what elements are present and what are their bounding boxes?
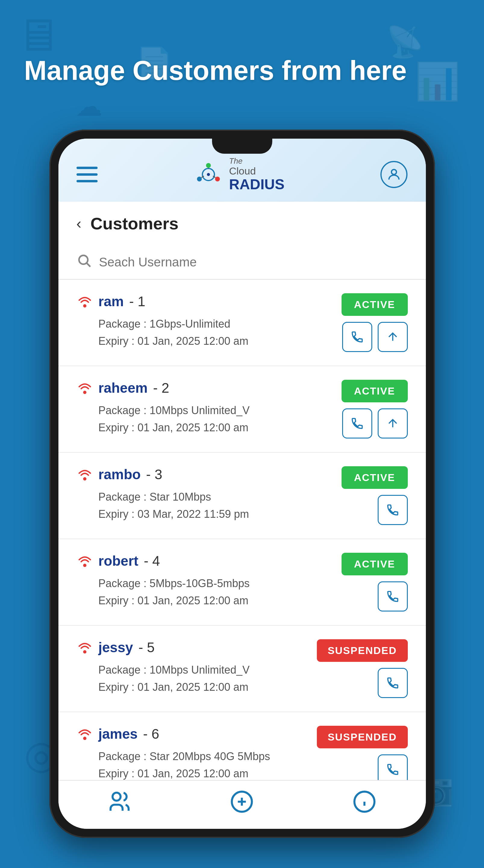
customer-name[interactable]: jessy: [98, 639, 133, 655]
action-buttons: [342, 322, 408, 352]
phone-frame: The Cloud RADIUS ‹ Customers: [50, 130, 435, 838]
customer-package: Package : Star 10Mbps: [98, 488, 342, 506]
logo-area: The Cloud RADIUS: [193, 157, 284, 193]
nav-customers-button[interactable]: [107, 789, 132, 814]
customer-name[interactable]: rambo: [98, 466, 141, 483]
svg-point-7: [207, 173, 210, 176]
bottom-nav: [58, 780, 426, 829]
customer-name[interactable]: robert: [98, 553, 138, 569]
send-button[interactable]: [378, 408, 408, 438]
svg-point-13: [83, 477, 87, 480]
logo-the: The: [229, 157, 284, 165]
customer-left: rambo - 3 Package : Star 10Mbps Expiry :…: [76, 466, 342, 523]
customer-actions: SUSPENDED: [317, 726, 408, 780]
phone-screen: The Cloud RADIUS ‹ Customers: [58, 138, 426, 829]
svg-point-12: [83, 391, 87, 394]
logo-cloud: Cloud: [229, 165, 284, 177]
status-badge[interactable]: ACTIVE: [342, 466, 408, 489]
logo-radius: RADIUS: [229, 177, 284, 193]
nav-info-button[interactable]: [352, 789, 377, 814]
customer-id: - 5: [138, 639, 155, 655]
customer-id: - 2: [153, 380, 169, 396]
status-badge[interactable]: ACTIVE: [342, 553, 408, 575]
call-button[interactable]: [378, 581, 408, 612]
call-button[interactable]: [378, 495, 408, 525]
customer-package: Package : 10Mbps Unlimited_V: [98, 402, 342, 419]
svg-point-16: [83, 737, 87, 740]
customer-name-row: ram - 1: [76, 293, 342, 310]
customer-item: robert - 4 Package : 5Mbps-10GB-5mbps Ex…: [58, 539, 426, 626]
customer-expiry: Expiry : 03 Mar, 2022 11:59 pm: [98, 505, 342, 523]
hamburger-menu-button[interactable]: [76, 167, 98, 182]
customer-left: jessy - 5 Package : 10Mbps Unlimited_V E…: [76, 639, 317, 696]
customer-id: - 6: [143, 726, 159, 742]
svg-point-17: [112, 793, 121, 801]
customer-list: ram - 1 Package : 1Gbps-Unlimited Expiry…: [58, 280, 426, 780]
status-badge[interactable]: ACTIVE: [342, 380, 408, 402]
status-badge[interactable]: SUSPENDED: [317, 726, 408, 748]
logo-icon: [193, 159, 224, 190]
customer-name[interactable]: raheem: [98, 380, 148, 396]
svg-line-10: [87, 263, 90, 267]
customer-name-row: robert - 4: [76, 553, 342, 569]
phone-notch: [212, 138, 272, 154]
send-button[interactable]: [378, 322, 408, 352]
call-button[interactable]: [342, 408, 372, 438]
customer-name[interactable]: james: [98, 726, 138, 742]
customer-left: james - 6 Package : Star 20Mbps 40G 5Mbp…: [76, 726, 317, 780]
user-profile-button[interactable]: [380, 161, 408, 188]
svg-point-11: [83, 304, 87, 307]
logo-text: The Cloud RADIUS: [229, 157, 284, 193]
svg-point-14: [83, 564, 87, 567]
action-buttons: [342, 408, 408, 438]
customer-name-row: jessy - 5: [76, 639, 317, 656]
action-buttons: [378, 495, 408, 525]
status-badge[interactable]: SUSPENDED: [317, 639, 408, 662]
status-badge[interactable]: ACTIVE: [342, 293, 408, 316]
hamburger-line-1: [76, 167, 98, 169]
wifi-status-icon: [76, 466, 93, 483]
page-title-bar: ‹ Customers: [58, 202, 426, 245]
action-buttons: [378, 581, 408, 612]
wifi-status-icon: [76, 293, 93, 310]
customer-left: robert - 4 Package : 5Mbps-10GB-5mbps Ex…: [76, 553, 342, 610]
customer-package: Package : 1Gbps-Unlimited: [98, 315, 342, 333]
customer-package: Package : 5Mbps-10GB-5mbps: [98, 575, 342, 592]
customer-name-row: james - 6: [76, 726, 317, 742]
customer-id: - 4: [144, 553, 160, 569]
wifi-status-icon: [76, 380, 93, 396]
customer-item: rambo - 3 Package : Star 10Mbps Expiry :…: [58, 453, 426, 539]
back-button[interactable]: ‹: [76, 215, 82, 232]
customer-name-row: raheem - 2: [76, 380, 342, 396]
customer-left: ram - 1 Package : 1Gbps-Unlimited Expiry…: [76, 293, 342, 350]
customer-item: raheem - 2 Package : 10Mbps Unlimited_V …: [58, 366, 426, 453]
svg-point-2: [197, 177, 202, 181]
customer-id: - 1: [129, 293, 146, 310]
customer-actions: ACTIVE: [342, 466, 408, 525]
search-input[interactable]: [99, 255, 408, 270]
customer-expiry: Expiry : 01 Jan, 2025 12:00 am: [98, 333, 342, 350]
customer-item: ram - 1 Package : 1Gbps-Unlimited Expiry…: [58, 280, 426, 366]
customer-actions: ACTIVE: [342, 380, 408, 438]
nav-home-button[interactable]: [230, 789, 254, 814]
call-button[interactable]: [378, 754, 408, 780]
hamburger-line-3: [76, 180, 98, 182]
customer-package: Package : 10Mbps Unlimited_V: [98, 661, 317, 679]
svg-point-8: [391, 170, 397, 175]
call-button[interactable]: [342, 322, 372, 352]
hero-text: Manage Customers from here: [24, 54, 407, 87]
customer-item: james - 6 Package : Star 20Mbps 40G 5Mbp…: [58, 712, 426, 780]
svg-point-9: [79, 255, 88, 264]
customer-expiry: Expiry : 01 Jan, 2025 12:00 am: [98, 765, 317, 780]
call-button[interactable]: [378, 668, 408, 698]
customer-item: jessy - 5 Package : 10Mbps Unlimited_V E…: [58, 626, 426, 712]
svg-point-1: [206, 163, 211, 168]
action-buttons: [378, 668, 408, 698]
svg-point-3: [215, 177, 220, 181]
wifi-status-icon: [76, 726, 93, 742]
customer-name-row: rambo - 3: [76, 466, 342, 483]
wifi-status-icon: [76, 639, 93, 656]
search-icon: [76, 253, 92, 272]
customer-name[interactable]: ram: [98, 293, 124, 310]
bg-chart-icon: 📊: [415, 60, 460, 103]
